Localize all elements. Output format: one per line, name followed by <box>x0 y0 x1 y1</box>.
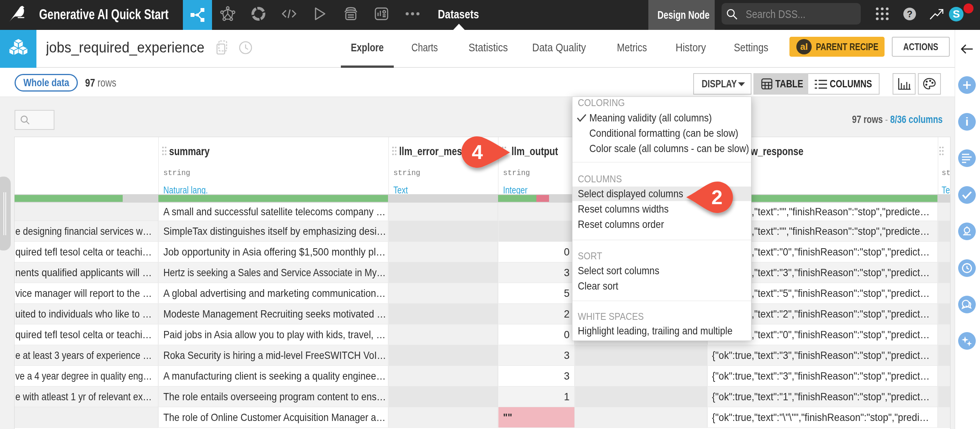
svg-text:4: 4 <box>472 141 483 163</box>
svg-text:2: 2 <box>712 186 723 208</box>
